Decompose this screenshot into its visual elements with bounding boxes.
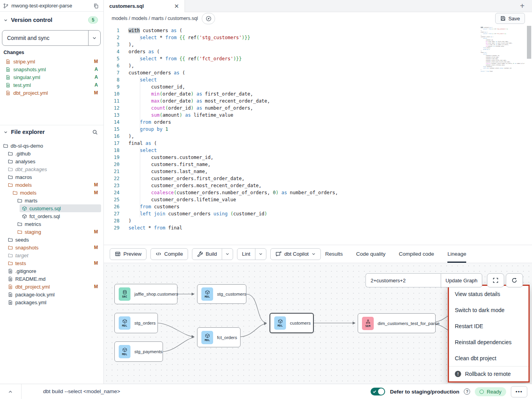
build-button[interactable]: Build	[192, 249, 222, 260]
lineage-node-stg-customers[interactable]: MDLstg_customers	[197, 284, 246, 304]
tree-item-packages-yml[interactable]: packages.yml	[5, 298, 101, 306]
code-line-15[interactable]: 15 group by 1	[104, 126, 524, 133]
tree-item-gitignore[interactable]: .gitignore	[5, 267, 101, 275]
defer-toggle[interactable]	[371, 388, 385, 395]
change-item-singular-yml[interactable]: singular.ymlA	[0, 73, 103, 81]
menu-item-reinstall-dependencies[interactable]: Reinstall dependencies	[449, 334, 528, 350]
tree-item-seeds[interactable]: seeds	[5, 236, 101, 244]
tree-item-staging[interactable]: stagingM	[15, 228, 101, 236]
chevron-down-icon[interactable]	[4, 130, 8, 134]
menu-item-rollback-to-remote[interactable]: ! Rollback to remote	[449, 367, 528, 381]
code-line-5[interactable]: 5 select * from {{ ref('fct_orders')}}	[104, 55, 524, 62]
tree-item-fct-orders-sql[interactable]: fct_orders.sql	[20, 212, 101, 220]
compile-button[interactable]: Compile	[150, 248, 188, 260]
lint-options-chevron[interactable]	[255, 249, 266, 260]
code-line-11[interactable]: 11 max(order_date) as most_recent_order_…	[104, 97, 524, 105]
lineage-node-fct-orders[interactable]: MDLfct_orders	[197, 327, 241, 347]
menu-item-view-status-details[interactable]: View status details	[449, 286, 528, 302]
tree-item-readme-md[interactable]: README.md	[5, 275, 101, 283]
copy-icon[interactable]	[93, 3, 99, 9]
code-line-22[interactable]: 22 customer_orders.first_order_date,	[104, 175, 524, 182]
chevron-up-icon[interactable]	[8, 389, 13, 394]
code-line-20[interactable]: 20 customers.first_name,	[104, 161, 524, 168]
code-line-24[interactable]: 24 coalesce(customer_orders.number_of_or…	[104, 189, 524, 196]
code-line-26[interactable]: 26 from customers	[104, 203, 524, 210]
code-line-21[interactable]: 21 customers.last_name,	[104, 168, 524, 175]
scrollbar[interactable]	[527, 26, 531, 59]
code-line-16[interactable]: 16),	[104, 133, 524, 140]
change-item-test-yml[interactable]: test.ymlA	[0, 81, 103, 89]
tree-item-tests[interactable]: testsM	[5, 259, 101, 267]
code-line-13[interactable]: 13 sum(amount) as lifetime_value	[104, 112, 524, 119]
tree-item-models[interactable]: modelsM	[5, 181, 101, 189]
editor-tab-customers[interactable]: customers.sql ✕	[104, 0, 185, 12]
commit-and-sync-button[interactable]: Commit and sync	[2, 30, 101, 46]
change-item-dbt-project-yml[interactable]: dbt_project.ymlM	[0, 89, 103, 97]
lineage-node-dim-customers-test-for-parse[interactable]: SEMdim_customers_test_for_parse	[358, 313, 436, 333]
code-line-10[interactable]: 10 min(order_date) as first_order_date,	[104, 90, 524, 97]
build-options-chevron[interactable]	[222, 249, 233, 260]
code-line-9[interactable]: 9 customer_id,	[104, 83, 524, 90]
lineage-node-jaffle-shop-customers[interactable]: SRCjaffle_shop.customers	[114, 284, 177, 304]
minimap[interactable]: with customers as ( select * from {{ ref…	[481, 27, 525, 72]
tree-item-dbt-packages[interactable]: dbt_packages	[5, 165, 101, 173]
refresh-button[interactable]	[506, 273, 523, 287]
panel-tab-results[interactable]: Results	[325, 245, 343, 263]
code-line-8[interactable]: 8 select	[104, 76, 524, 83]
code-line-12[interactable]: 12 count(order_id) as number_of_orders,	[104, 105, 524, 112]
panel-tab-lineage[interactable]: Lineage	[447, 245, 466, 263]
tree-item-models[interactable]: modelsM	[10, 189, 101, 197]
code-line-25[interactable]: 25 customer_orders.lifetime_value	[104, 196, 524, 203]
panel-tab-compiled-code[interactable]: Compiled code	[399, 245, 434, 263]
update-graph-button[interactable]: Update Graph	[441, 273, 482, 287]
tree-item-dbt-project-yml[interactable]: dbt_project.ymlM	[5, 283, 101, 291]
new-tab-button[interactable]: +	[516, 0, 528, 12]
dbt-copilot-button[interactable]: dbt Copilot	[270, 248, 321, 260]
lineage-node-stg-orders[interactable]: MDLstg_orders	[114, 313, 158, 333]
menu-item-restart-ide[interactable]: Restart IDE	[449, 318, 528, 334]
tree-item-snapshots[interactable]: snapshotsM	[5, 244, 101, 251]
code-editor[interactable]: 1with customers as (2 select * from {{ r…	[104, 25, 532, 245]
tree-item-db-sl-qs-demo[interactable]: db-sl-qs-demo	[1, 142, 101, 150]
commit-options-chevron[interactable]	[88, 31, 100, 45]
code-line-29[interactable]: 29select * from final	[104, 224, 524, 231]
code-line-2[interactable]: 2 select * from {{ ref('stg_customers')}…	[104, 34, 524, 41]
code-line-23[interactable]: 23 customer_orders.most_recent_order_dat…	[104, 182, 524, 189]
chevron-down-icon[interactable]	[4, 18, 8, 22]
code-line-28[interactable]: 28)	[104, 217, 524, 224]
fullscreen-button[interactable]	[487, 273, 504, 287]
code-line-27[interactable]: 27 left join customer_orders using (cust…	[104, 210, 524, 217]
panel-tab-code-quality[interactable]: Code quality	[356, 245, 385, 263]
code-line-14[interactable]: 14 from orders	[104, 119, 524, 126]
more-options-button[interactable]: •••	[511, 386, 527, 397]
save-button[interactable]: Save	[495, 13, 525, 24]
code-line-3[interactable]: 3),	[104, 41, 524, 48]
code-line-6[interactable]: 6),	[104, 62, 524, 69]
file-explorer-header[interactable]: File explorer	[0, 128, 103, 136]
tree-item-metrics[interactable]: metrics	[15, 220, 101, 228]
lineage-search-input[interactable]	[366, 273, 441, 287]
tree-item-analyses[interactable]: analyses	[5, 157, 101, 165]
version-control-header[interactable]: Version control 5	[0, 16, 103, 24]
tree-item-github[interactable]: .github	[5, 150, 101, 157]
tree-item-macros[interactable]: macros	[5, 173, 101, 181]
compass-icon[interactable]	[202, 13, 215, 24]
change-item-snapshots-yml[interactable]: snapshots.ymlA	[0, 65, 103, 73]
menu-item-clean-dbt-project[interactable]: Clean dbt project	[449, 350, 528, 366]
change-item-stripe-yml[interactable]: stripe.ymlM	[0, 58, 103, 65]
help-icon[interactable]: ?	[464, 388, 470, 395]
lint-button[interactable]: Lint	[237, 249, 255, 260]
command-input[interactable]: dbt build --select <model_name>	[43, 388, 120, 394]
code-line-18[interactable]: 18 select	[104, 147, 524, 154]
code-line-1[interactable]: 1with customers as (	[104, 27, 524, 34]
preview-button[interactable]: Preview	[110, 248, 147, 260]
code-line-19[interactable]: 19 customers.customer_id,	[104, 154, 524, 161]
tree-item-customers-sql[interactable]: customers.sql	[20, 204, 101, 212]
close-icon[interactable]: ✕	[174, 3, 179, 10]
code-line-17[interactable]: 17final as (	[104, 140, 524, 147]
lineage-node-customers[interactable]: MDLcustomers	[270, 313, 314, 333]
tree-item-target[interactable]: target	[5, 251, 101, 259]
search-icon[interactable]	[92, 129, 98, 135]
code-line-4[interactable]: 4orders as (	[104, 48, 524, 55]
tree-item-package-lock-yml[interactable]: package-lock.yml	[5, 291, 101, 298]
